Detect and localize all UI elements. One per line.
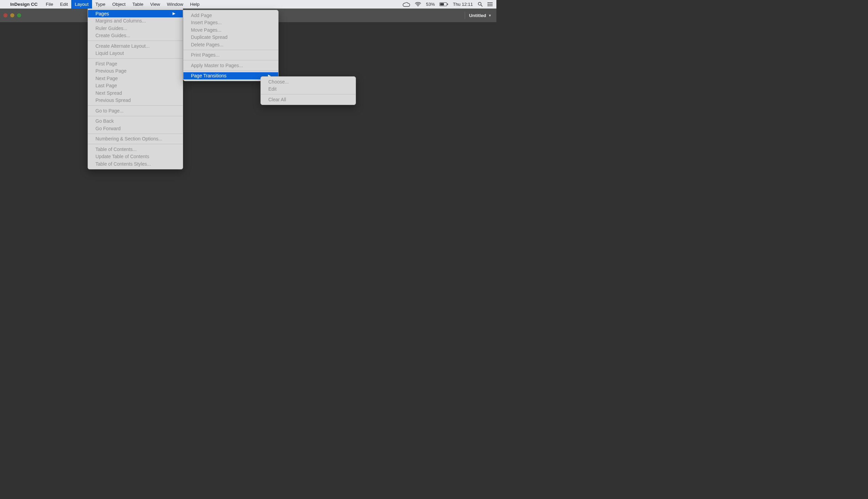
layout-menu-item-liquid-layout: Liquid Layout xyxy=(88,50,183,57)
menu-item-label: Margins and Columns... xyxy=(95,18,146,24)
menu-item-label: Numbering & Section Options... xyxy=(95,136,162,142)
layout-menu-item-first-page: First Page xyxy=(88,60,183,68)
pages-menu-item-delete-pages: Delete Pages... xyxy=(183,41,278,48)
layout-menu-item-table-of-contents: Table of Contents... xyxy=(88,146,183,153)
menu-item-label: Liquid Layout xyxy=(95,50,124,56)
svg-point-8 xyxy=(487,5,488,6)
document-title-dropdown[interactable]: Untitled ▼ xyxy=(465,12,492,19)
pages-menu-item-duplicate-spread: Duplicate Spread xyxy=(183,34,278,41)
layout-menu-item-previous-spread: Previous Spread xyxy=(88,97,183,104)
menu-item-label: Go Forward xyxy=(95,126,121,131)
layout-menu-dropdown: Pages▶Margins and Columns...Ruler Guides… xyxy=(88,9,183,169)
menu-item-label: Create Guides... xyxy=(95,33,130,38)
wifi-icon[interactable] xyxy=(415,2,421,7)
menu-separator xyxy=(261,94,355,94)
layout-menu-item-create-alternate-layout: Create Alternate Layout... xyxy=(88,42,183,50)
menu-item-label: Choose... xyxy=(268,79,289,85)
menu-item-label: Insert Pages... xyxy=(191,20,221,25)
menu-item-label: Pages xyxy=(95,11,109,16)
svg-point-0 xyxy=(418,5,418,6)
layout-menu-item-last-page: Last Page xyxy=(88,82,183,90)
menubar-item-object[interactable]: Object xyxy=(109,0,129,9)
menu-item-label: Update Table of Contents xyxy=(95,154,149,159)
window-maximize-button[interactable] xyxy=(17,13,21,17)
window-close-button[interactable] xyxy=(3,13,8,17)
menu-item-label: Edit xyxy=(268,86,277,92)
document-title: Untitled xyxy=(469,13,486,18)
creative-cloud-icon[interactable] xyxy=(403,2,410,7)
menubar-item-table[interactable]: Table xyxy=(129,0,147,9)
menu-separator xyxy=(88,116,183,116)
layout-menu-item-table-of-contents-styles: Table of Contents Styles... xyxy=(88,160,183,168)
layout-menu-item-update-table-of-contents: Update Table of Contents xyxy=(88,153,183,160)
menu-item-label: Delete Pages... xyxy=(191,42,224,47)
menu-separator xyxy=(88,134,183,134)
menubar-right: 53% Thu 12:11 xyxy=(403,2,493,7)
svg-point-7 xyxy=(487,4,488,4)
macos-menubar: InDesign CC FileEditLayoutTypeObjectTabl… xyxy=(0,0,496,9)
transitions-menu-item-clear-all: Clear All xyxy=(261,96,355,103)
pages-menu-item-apply-master-to-pages: Apply Master to Pages... xyxy=(183,62,278,69)
menubar-item-edit[interactable]: Edit xyxy=(57,0,71,9)
chevron-down-icon: ▼ xyxy=(488,14,492,17)
pages-menu-item-add-page: Add Page xyxy=(183,12,278,19)
menu-item-label: First Page xyxy=(95,61,117,66)
menu-item-label: Go Back xyxy=(95,118,114,124)
submenu-arrow-icon: ▶ xyxy=(172,11,175,16)
menubar-item-file[interactable]: File xyxy=(42,0,57,9)
battery-icon[interactable] xyxy=(439,2,448,6)
window-minimize-button[interactable] xyxy=(10,13,14,17)
layout-menu-item-numbering-section-options: Numbering & Section Options... xyxy=(88,135,183,143)
menu-item-label: Duplicate Spread xyxy=(191,34,227,40)
pages-menu-item-insert-pages: Insert Pages... xyxy=(183,19,278,27)
menu-item-label: Table of Contents Styles... xyxy=(95,161,151,167)
menubar-item-type[interactable]: Type xyxy=(92,0,109,9)
svg-point-6 xyxy=(487,2,488,3)
menu-separator xyxy=(183,71,278,71)
transitions-menu-item-choose: Choose... xyxy=(261,78,355,86)
menubar-item-layout[interactable]: Layout xyxy=(71,0,92,9)
menu-item-label: Table of Contents... xyxy=(95,147,137,152)
layout-menu-item-create-guides: Create Guides... xyxy=(88,32,183,39)
menubar-item-view[interactable]: View xyxy=(147,0,163,9)
layout-menu-item-go-to-page: Go to Page... xyxy=(88,107,183,114)
notification-center-icon[interactable] xyxy=(487,2,493,7)
transitions-menu-item-edit: Edit xyxy=(261,86,355,93)
menu-item-label: Next Spread xyxy=(95,90,122,96)
menu-separator xyxy=(88,144,183,144)
menu-item-label: Previous Page xyxy=(95,68,126,74)
menu-separator xyxy=(88,105,183,106)
pages-menu-item-move-pages: Move Pages... xyxy=(183,26,278,34)
battery-percent: 53% xyxy=(426,2,435,7)
layout-menu-item-next-page: Next Page xyxy=(88,75,183,82)
menu-item-label: Go to Page... xyxy=(95,108,124,113)
spotlight-search-icon[interactable] xyxy=(478,2,483,7)
app-name[interactable]: InDesign CC xyxy=(10,2,37,7)
menubar-item-help[interactable]: Help xyxy=(186,0,203,9)
menubar-left: InDesign CC FileEditLayoutTypeObjectTabl… xyxy=(5,0,203,9)
menu-item-label: Page Transitions xyxy=(191,73,226,78)
menu-item-label: Last Page xyxy=(95,83,117,88)
menu-item-label: Clear All xyxy=(268,97,286,102)
pages-submenu-dropdown: Add PageInsert Pages...Move Pages...Dupl… xyxy=(183,10,279,81)
layout-menu-item-go-back: Go Back xyxy=(88,118,183,125)
pages-menu-item-print-pages: Print Pages... xyxy=(183,51,278,59)
svg-line-2 xyxy=(481,5,482,6)
menu-separator xyxy=(88,58,183,59)
battery-level xyxy=(440,3,444,5)
menubar-items: FileEditLayoutTypeObjectTableViewWindowH… xyxy=(42,0,203,9)
menubar-item-window[interactable]: Window xyxy=(163,0,186,9)
layout-menu-item-pages[interactable]: Pages▶ xyxy=(88,10,183,17)
menu-item-label: Add Page xyxy=(191,13,212,18)
menu-item-label: Print Pages... xyxy=(191,52,219,58)
layout-menu-item-margins-and-columns: Margins and Columns... xyxy=(88,17,183,25)
window-traffic-lights xyxy=(3,13,21,17)
layout-menu-item-next-spread: Next Spread xyxy=(88,89,183,97)
menu-item-label: Create Alternate Layout... xyxy=(95,43,150,49)
clock[interactable]: Thu 12:11 xyxy=(453,2,473,7)
menu-item-label: Next Page xyxy=(95,76,118,81)
layout-menu-item-go-forward: Go Forward xyxy=(88,125,183,132)
layout-menu-item-previous-page: Previous Page xyxy=(88,68,183,75)
menu-separator xyxy=(88,40,183,41)
menu-item-label: Ruler Guides... xyxy=(95,26,127,31)
